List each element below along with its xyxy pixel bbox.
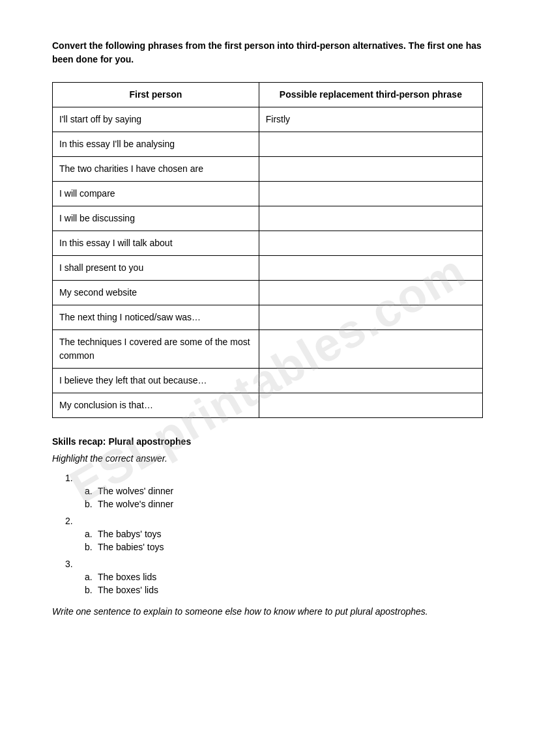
table-row: I believe they left that out because… [53,369,483,393]
replacement-cell: Firstly [259,107,482,132]
sub-item-text: The babies' toys [98,542,164,552]
sub-item-letter: a. [85,529,98,539]
table-row: My conclusion is that… [53,393,483,418]
table-row: I will be discussing [53,206,483,231]
sub-list-item: a.The babys' toys [85,529,483,539]
sub-item-text: The wolves' dinner [98,486,173,496]
write-instruction: Write one sentence to explain to someone… [52,604,483,619]
sub-list-item: a.The wolves' dinner [85,486,483,496]
sub-item-text: The babys' toys [98,529,162,539]
list-item: 3.a.The boxes lidsb.The boxes' lids [65,559,483,595]
sub-list-item: b.The wolve's dinner [85,499,483,509]
first-person-cell: In this essay I'll be analysing [53,132,259,157]
first-person-cell: My second website [53,281,259,305]
table-row: I'll start off by sayingFirstly [53,107,483,132]
first-person-cell: The two charities I have chosen are [53,157,259,182]
apostrophe-list: 1.a.The wolves' dinnerb.The wolve's dinn… [65,473,483,595]
list-item: 2.a.The babys' toysb.The babies' toys [65,516,483,552]
first-person-cell: In this essay I will talk about [53,231,259,256]
sub-item-text: The boxes lids [98,572,156,582]
table-row: I shall present to you [53,256,483,281]
replacement-cell [259,132,482,157]
first-person-cell: I'll start off by saying [53,107,259,132]
table-row: My second website [53,281,483,305]
highlight-instruction: Highlight the correct answer. [52,453,483,464]
first-person-cell: The next thing I noticed/saw was… [53,305,259,330]
sub-list: a.The babys' toysb.The babies' toys [85,529,483,552]
replacement-cell [259,206,482,231]
replacement-cell [259,256,482,281]
sub-item-text: The boxes' lids [98,585,158,595]
col-header-first-person: First person [53,83,259,107]
list-item-number: 1. [65,473,78,483]
sub-item-letter: a. [85,486,98,496]
replacement-cell [259,182,482,206]
replacement-cell [259,281,482,305]
replacement-cell [259,330,482,369]
replacement-cell [259,231,482,256]
col-header-replacement: Possible replacement third-person phrase [259,83,482,107]
sub-item-text: The wolve's dinner [98,499,173,509]
instructions-bold: Convert the following phrases from the f… [52,40,482,64]
first-person-cell: I believe they left that out because… [53,369,259,393]
skills-recap-title: Skills recap: Plural apostrophes [52,436,483,447]
table-row: The two charities I have chosen are [53,157,483,182]
sub-list-item: b.The boxes' lids [85,585,483,595]
first-person-cell: I will compare [53,182,259,206]
list-item: 1.a.The wolves' dinnerb.The wolve's dinn… [65,473,483,509]
sub-item-letter: b. [85,499,98,509]
sub-item-letter: b. [85,542,98,552]
replacement-cell [259,393,482,418]
first-person-cell: My conclusion is that… [53,393,259,418]
sub-list: a.The boxes lidsb.The boxes' lids [85,572,483,595]
sub-list-item: b.The babies' toys [85,542,483,552]
conversion-table: First person Possible replacement third-… [52,82,483,418]
instructions-text: Convert the following phrases from the f… [52,39,483,66]
list-item-number: 2. [65,516,78,526]
table-row: The next thing I noticed/saw was… [53,305,483,330]
first-person-cell: I will be discussing [53,206,259,231]
first-person-cell: The techniques I covered are some of the… [53,330,259,369]
replacement-cell [259,157,482,182]
table-row: The techniques I covered are some of the… [53,330,483,369]
replacement-cell [259,305,482,330]
list-item-number: 3. [65,559,78,569]
replacement-cell [259,369,482,393]
first-person-cell: I shall present to you [53,256,259,281]
table-row: In this essay I'll be analysing [53,132,483,157]
sub-item-letter: b. [85,585,98,595]
sub-item-letter: a. [85,572,98,582]
sub-list: a.The wolves' dinnerb.The wolve's dinner [85,486,483,509]
table-row: In this essay I will talk about [53,231,483,256]
sub-list-item: a.The boxes lids [85,572,483,582]
table-row: I will compare [53,182,483,206]
